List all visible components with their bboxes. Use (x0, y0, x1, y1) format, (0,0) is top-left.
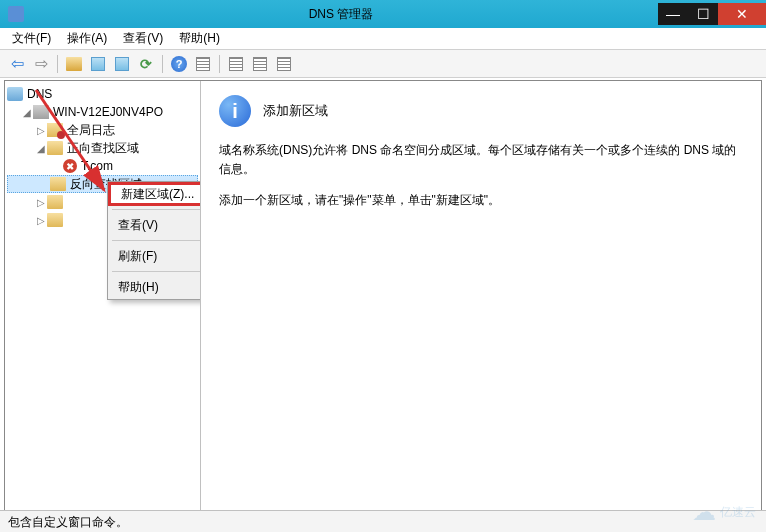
statusbar: 包含自定义窗口命令。 (0, 510, 766, 532)
content-body: 域名称系统(DNS)允许将 DNS 命名空间分成区域。每个区域存储有关一个或多个… (219, 141, 743, 211)
grid2-icon (115, 57, 129, 71)
tree-forward-zones[interactable]: ◢ 正向查找区域 (7, 139, 198, 157)
watermark: ☁ 亿速云 (692, 498, 756, 526)
ctx-label: 刷新(F) (118, 248, 157, 265)
separator (219, 55, 220, 73)
folder-icon (66, 57, 82, 71)
list-button-2[interactable] (249, 53, 271, 75)
status-text: 包含自定义窗口命令。 (8, 515, 128, 529)
dns-icon (7, 87, 23, 101)
ctx-help[interactable]: 帮助(H) (108, 275, 201, 299)
separator (162, 55, 163, 73)
tree-server[interactable]: ◢ WIN-V12EJ0NV4PO (7, 103, 198, 121)
server-icon (33, 105, 49, 119)
twisty-icon[interactable]: ▷ (35, 197, 47, 208)
twisty-icon[interactable]: ◢ (35, 143, 47, 154)
menubar: 文件(F) 操作(A) 查看(V) 帮助(H) (0, 28, 766, 50)
arrow-back-icon: ⇦ (11, 54, 24, 73)
window-controls: — ☐ ✕ (658, 3, 766, 25)
window-title: DNS 管理器 (24, 6, 658, 23)
tree-label: DNS (27, 87, 52, 101)
ctx-label: 查看(V) (118, 217, 158, 234)
list-icon (229, 57, 243, 71)
folder-icon (47, 213, 63, 227)
app-icon (8, 6, 24, 22)
back-button[interactable]: ⇦ (6, 53, 28, 75)
close-button[interactable]: ✕ (718, 3, 766, 25)
tree-root[interactable]: DNS (7, 85, 198, 103)
tree-pane: DNS ◢ WIN-V12EJ0NV4PO ▷ 全局日志 ◢ 正向查找区域 ✖ … (5, 81, 201, 511)
list2-icon (253, 57, 267, 71)
folder-icon (47, 141, 63, 155)
refresh-button[interactable]: ⟳ (135, 53, 157, 75)
main-pane: DNS ◢ WIN-V12EJ0NV4PO ▷ 全局日志 ◢ 正向查找区域 ✖ … (4, 80, 762, 512)
content-header: i 添加新区域 (219, 95, 743, 127)
ctx-view[interactable]: 查看(V) ▶ (108, 213, 201, 237)
view-grid-button[interactable] (87, 53, 109, 75)
menu-view[interactable]: 查看(V) (115, 28, 171, 49)
properties-button[interactable] (192, 53, 214, 75)
ctx-label: 新建区域(Z)... (121, 186, 194, 203)
list-button-3[interactable] (273, 53, 295, 75)
refresh-icon: ⟳ (140, 56, 152, 72)
separator (112, 271, 201, 272)
menu-action[interactable]: 操作(A) (59, 28, 115, 49)
tree-label: WIN-V12EJ0NV4PO (53, 105, 163, 119)
separator (57, 55, 58, 73)
twisty-icon[interactable]: ◢ (21, 107, 33, 118)
tree-global-log[interactable]: ▷ 全局日志 (7, 121, 198, 139)
grid-icon (91, 57, 105, 71)
filter-button[interactable] (111, 53, 133, 75)
twisty-icon[interactable]: ▷ (35, 125, 47, 136)
content-pane: i 添加新区域 域名称系统(DNS)允许将 DNS 命名空间分成区域。每个区域存… (201, 81, 761, 511)
content-title: 添加新区域 (263, 102, 328, 120)
content-paragraph: 添加一个新区域，请在"操作"菜单，单击"新建区域"。 (219, 191, 743, 210)
log-icon (47, 123, 63, 137)
error-icon: ✖ (63, 159, 77, 173)
folder-icon (50, 177, 66, 191)
ctx-refresh[interactable]: 刷新(F) (108, 244, 201, 268)
context-menu: 新建区域(Z)... 查看(V) ▶ 刷新(F) 帮助(H) (107, 181, 201, 300)
separator (112, 209, 201, 210)
content-paragraph: 域名称系统(DNS)允许将 DNS 命名空间分成区域。每个区域存储有关一个或多个… (219, 141, 743, 179)
menu-file[interactable]: 文件(F) (4, 28, 59, 49)
tree-label: 正向查找区域 (67, 140, 139, 157)
help-button[interactable]: ? (168, 53, 190, 75)
tree-label: 全局日志 (67, 122, 115, 139)
separator (112, 240, 201, 241)
forward-button[interactable]: ⇨ (30, 53, 52, 75)
arrow-forward-icon: ⇨ (35, 54, 48, 73)
info-icon: i (219, 95, 251, 127)
properties-icon (196, 57, 210, 71)
tree-zone-error[interactable]: ✖ T.com (7, 157, 198, 175)
list-button-1[interactable] (225, 53, 247, 75)
menu-help[interactable]: 帮助(H) (171, 28, 228, 49)
cloud-icon: ☁ (692, 498, 716, 526)
titlebar: DNS 管理器 — ☐ ✕ (0, 0, 766, 28)
list3-icon (277, 57, 291, 71)
maximize-button[interactable]: ☐ (688, 3, 718, 25)
watermark-text: 亿速云 (720, 504, 756, 521)
minimize-button[interactable]: — (658, 3, 688, 25)
ctx-label: 帮助(H) (118, 279, 159, 296)
ctx-new-zone[interactable]: 新建区域(Z)... (108, 182, 201, 206)
tree-label: T.com (81, 159, 113, 173)
twisty-icon[interactable]: ▷ (35, 215, 47, 226)
toolbar: ⇦ ⇨ ⟳ ? (0, 50, 766, 78)
help-icon: ? (171, 56, 187, 72)
up-folder-button[interactable] (63, 53, 85, 75)
folder-icon (47, 195, 63, 209)
